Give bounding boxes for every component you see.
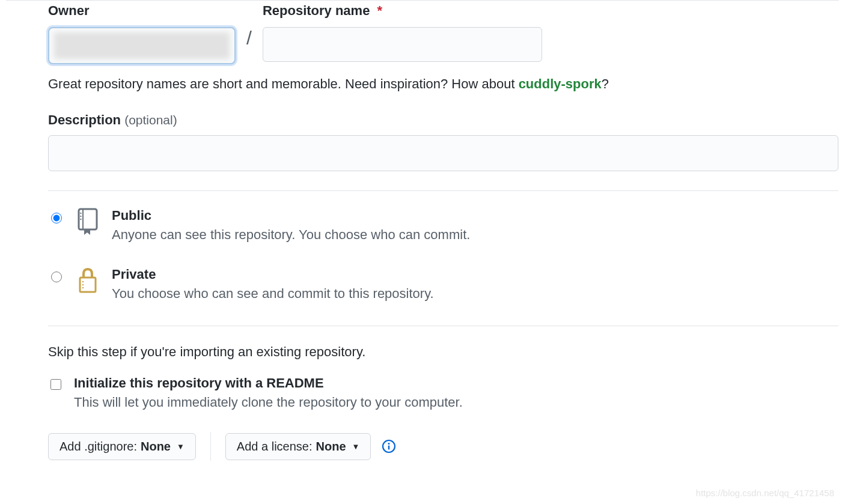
divider-1 [48,190,838,191]
caret-down-icon: ▼ [352,442,360,451]
repo-name-label: Repository name * [263,3,542,19]
gitignore-label: Add .gitignore: [59,440,137,454]
caret-down-icon: ▼ [177,442,185,451]
svg-point-2 [80,213,81,214]
description-label-text: Description [48,112,121,127]
name-suggestion-link[interactable]: cuddly-spork [519,76,602,91]
private-desc: You choose who can see and commit to thi… [112,286,434,302]
public-title: Public [112,208,470,223]
repo-icon [75,208,101,235]
helper-text: Great repository names are short and mem… [48,76,839,92]
readme-checkbox-row[interactable]: Initialize this repository with a README… [48,375,839,410]
svg-point-8 [82,287,84,288]
readme-checkbox[interactable] [50,379,61,390]
svg-point-7 [82,284,84,285]
public-desc: Anyone can see this repository. You choo… [112,227,470,243]
owner-select[interactable] [48,27,236,64]
svg-point-6 [82,281,84,282]
gitignore-dropdown[interactable]: Add .gitignore: None ▼ [48,433,196,460]
svg-point-10 [388,443,390,445]
readme-desc: This will let you immediately clone the … [74,395,463,410]
license-value: None [316,440,346,454]
skip-text: Skip this step if you're importing an ex… [48,344,839,360]
helper-prefix: Great repository names are short and mem… [48,76,519,91]
svg-point-4 [80,219,81,220]
repo-name-label-text: Repository name [263,3,370,18]
optional-text: (optional) [124,113,177,127]
visibility-private-option[interactable]: Private You choose who can see and commi… [48,267,839,302]
owner-avatar-blurred [54,32,230,59]
owner-label: Owner [48,3,236,19]
readme-title: Initialize this repository with a README [74,375,463,391]
slash-separator: / [236,27,263,49]
public-radio[interactable] [51,213,62,223]
visibility-public-option[interactable]: Public Anyone can see this repository. Y… [48,208,839,243]
helper-suffix: ? [602,76,609,91]
license-dropdown[interactable]: Add a license: None ▼ [225,433,371,460]
svg-point-3 [80,216,81,217]
description-label: Description (optional) [48,112,839,128]
gitignore-value: None [141,440,171,454]
divider-2 [48,326,838,326]
private-radio[interactable] [51,272,62,282]
repo-name-input[interactable] [263,27,542,62]
svg-rect-11 [388,446,389,450]
license-label: Add a license: [237,440,313,454]
required-asterisk: * [377,3,383,18]
info-icon[interactable] [382,439,396,454]
vertical-separator [210,432,211,461]
lock-icon [75,267,101,294]
private-title: Private [112,267,434,282]
description-input[interactable] [48,135,838,171]
